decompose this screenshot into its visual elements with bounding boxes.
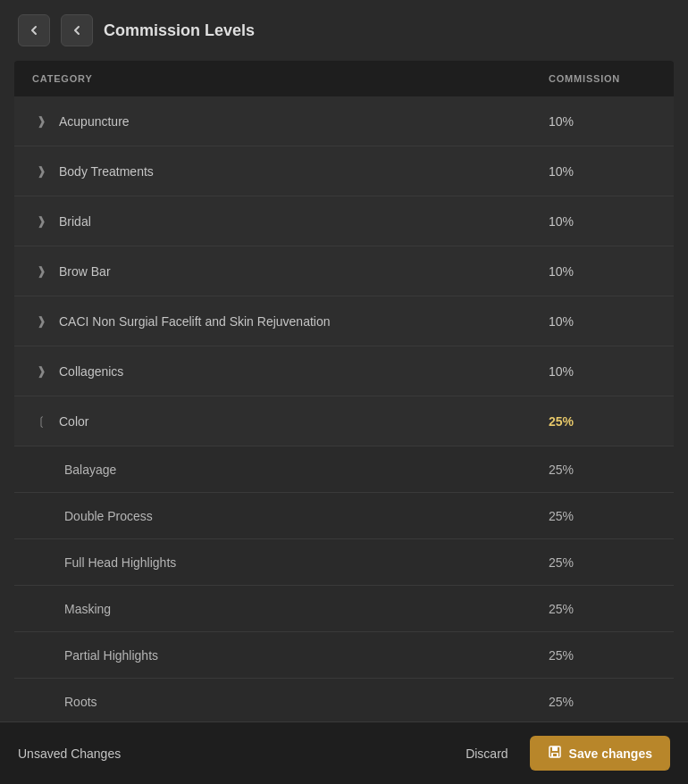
- chevron-down-icon: ❲: [32, 413, 50, 430]
- row-commission-value: 10%: [531, 300, 674, 343]
- table-row[interactable]: ❱ Brow Bar 10%: [14, 246, 674, 296]
- chevron-right-icon: ❱: [32, 163, 50, 180]
- row-left: ❱ CACI Non Surgial Facelift and Skin Rej…: [14, 298, 531, 345]
- chevron-right-icon: ❱: [32, 213, 50, 230]
- sub-row-full-head-highlights[interactable]: Full Head Highlights 25%: [14, 539, 674, 586]
- sub-row-commission: 25%: [531, 450, 674, 489]
- sub-row-partial-highlights[interactable]: Partial Highlights 25%: [14, 632, 674, 679]
- sub-row-commission: 25%: [531, 496, 674, 536]
- page-title: Commission Levels: [104, 21, 255, 40]
- table-row[interactable]: ❱ CACI Non Surgial Facelift and Skin Rej…: [14, 296, 674, 346]
- sub-row-roots[interactable]: Roots 25%: [14, 679, 674, 721]
- chevron-right-icon: ❱: [32, 113, 50, 130]
- row-left: ❱ Bridal: [14, 198, 531, 245]
- chevron-right-icon: ❱: [32, 263, 50, 280]
- row-category-name: Color: [59, 414, 88, 429]
- row-category-name: Brow Bar: [59, 264, 111, 279]
- save-icon: [548, 745, 562, 762]
- row-category-name: Acupuncture: [59, 114, 130, 129]
- row-commission-value: 25%: [531, 400, 674, 443]
- sub-row-commission: 25%: [531, 636, 674, 675]
- table-header: CATEGORY COMMISSION: [14, 61, 674, 96]
- sub-row-left: Partial Highlights: [14, 635, 531, 676]
- sub-item-name: Partial Highlights: [64, 648, 158, 663]
- row-commission-value: 10%: [531, 200, 674, 243]
- sub-row-left: Full Head Highlights: [14, 542, 531, 583]
- sub-row-left: Masking: [14, 588, 531, 630]
- table-body: ❱ Acupuncture 10% ❱ Body Treatments 10% …: [14, 96, 674, 721]
- footer-actions: Discard Save changes: [455, 736, 670, 771]
- sub-row-left: Balayage: [14, 449, 531, 490]
- sub-row-double-process[interactable]: Double Process 25%: [14, 493, 674, 539]
- row-commission-value: 10%: [531, 250, 674, 293]
- row-category-name: Body Treatments: [59, 164, 154, 179]
- sub-item-name: Roots: [64, 695, 97, 709]
- table-container[interactable]: CATEGORY COMMISSION ❱ Acupuncture 10% ❱ …: [14, 61, 674, 721]
- row-left: ❲ Color: [14, 398, 531, 445]
- row-left: ❱ Collagenics: [14, 348, 531, 395]
- app-container: Commission Levels CATEGORY COMMISSION ❱ …: [0, 0, 688, 784]
- commission-column-header: COMMISSION: [531, 61, 674, 96]
- row-category-name: Bridal: [59, 214, 91, 229]
- row-commission-value: 10%: [531, 350, 674, 393]
- sub-row-commission: 25%: [531, 682, 674, 721]
- sub-row-left: Double Process: [14, 496, 531, 537]
- chevron-right-icon: ❱: [32, 363, 50, 380]
- row-left: ❱ Acupuncture: [14, 98, 531, 145]
- discard-button[interactable]: Discard: [455, 739, 518, 768]
- sub-row-masking[interactable]: Masking 25%: [14, 586, 674, 632]
- sub-row-commission: 25%: [531, 589, 674, 629]
- sub-row-commission: 25%: [531, 543, 674, 582]
- sub-item-name: Balayage: [64, 463, 116, 477]
- row-commission-value: 10%: [531, 100, 674, 143]
- chevron-right-icon: ❱: [32, 313, 50, 330]
- save-button-label: Save changes: [569, 746, 652, 761]
- table-row[interactable]: ❱ Body Treatments 10%: [14, 146, 674, 196]
- sub-item-name: Double Process: [64, 509, 153, 523]
- svg-rect-1: [552, 746, 558, 751]
- sub-item-name: Masking: [64, 602, 111, 616]
- row-category-name: CACI Non Surgial Facelift and Skin Rejuv…: [59, 314, 331, 329]
- row-commission-value: 10%: [531, 150, 674, 193]
- row-category-name: Collagenics: [59, 364, 123, 379]
- table-row-color[interactable]: ❲ Color 25%: [14, 396, 674, 446]
- header: Commission Levels: [0, 0, 688, 61]
- sub-row-balayage[interactable]: Balayage 25%: [14, 446, 674, 493]
- sub-row-left: Roots: [14, 681, 531, 722]
- row-left: ❱ Body Treatments: [14, 148, 531, 195]
- table-row[interactable]: ❱ Collagenics 10%: [14, 346, 674, 396]
- row-left: ❱ Brow Bar: [14, 248, 531, 295]
- nav-arrow-button[interactable]: [18, 14, 50, 46]
- back-button[interactable]: [61, 14, 93, 46]
- footer: Unsaved Changes Discard Save changes: [0, 721, 688, 784]
- table-row[interactable]: ❱ Bridal 10%: [14, 196, 674, 246]
- save-button[interactable]: Save changes: [530, 736, 670, 771]
- svg-rect-3: [553, 754, 557, 756]
- sub-item-name: Full Head Highlights: [64, 555, 176, 570]
- category-column-header: CATEGORY: [14, 61, 531, 96]
- unsaved-changes-label: Unsaved Changes: [18, 746, 121, 761]
- table-row[interactable]: ❱ Acupuncture 10%: [14, 96, 674, 146]
